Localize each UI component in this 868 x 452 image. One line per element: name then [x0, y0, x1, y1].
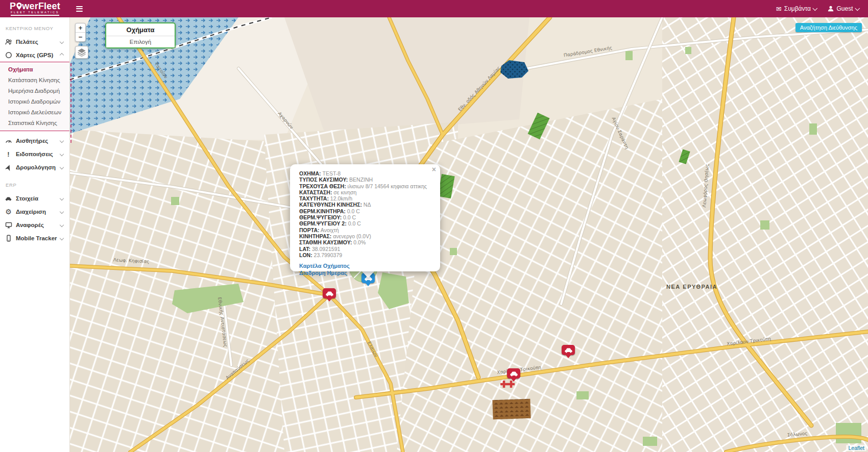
user-menu-label: Guest — [836, 5, 853, 12]
popup-close-button[interactable]: × — [432, 165, 436, 173]
sidebar-item-sensors[interactable]: Αισθητήρες — [0, 134, 69, 147]
car-icon — [509, 370, 519, 377]
circle-icon — [5, 52, 12, 59]
popup-row: ΚΑΤΕΥΘΥΝΣΗ ΚΙΝΗΣΗΣ: ΝΔ — [299, 202, 432, 208]
users-icon — [5, 38, 12, 46]
chevron-down-icon — [855, 6, 859, 10]
submenu-item-traffic-status[interactable]: Κατάσταση Κίνησης — [0, 75, 69, 86]
popup-row: LON: 23.7990379 — [299, 252, 432, 258]
vehicle-select[interactable]: Επιλογή — [106, 36, 175, 47]
sidebar: ΚΕΝΤΡΙΚΟ ΜΕΝΟΥ Πελάτες Χάρτες (GPS) Οχήμ… — [0, 17, 70, 452]
sidebar-item-label: Διαχείριση — [16, 209, 46, 215]
vehicle-marker[interactable] — [562, 345, 575, 355]
maps-submenu: Οχήματα Κατάσταση Κίνησης Ημερήσια Διαδρ… — [0, 62, 69, 131]
vehicle-marker[interactable] — [507, 368, 520, 379]
events-menu-label: Συμβάντα — [784, 5, 811, 12]
chevron-down-icon — [813, 6, 817, 10]
sidebar-item-label: Αναφορές — [16, 222, 44, 228]
user-menu[interactable]: Guest — [828, 5, 859, 12]
chevron-down-icon — [60, 40, 64, 44]
sidebar-section-erp: ERP — [6, 182, 69, 188]
vehicle-marker[interactable] — [323, 288, 336, 298]
car-icon — [5, 195, 12, 203]
popup-row: ΟΧΗΜΑ: TEST-8 — [299, 170, 432, 177]
popup-row: ΠΟΡΤΑ: Ανοιχτή — [299, 227, 432, 233]
submenu-item-traffic-stats[interactable]: Στατιστικά Κίνησης — [0, 118, 69, 129]
sidebar-item-label: Ειδοποιήσεις — [16, 151, 53, 157]
sidebar-item-routing[interactable]: Δρομολόγηση — [0, 161, 69, 174]
sidebar-item-label: Mobile Tracker — [16, 235, 57, 241]
vehicle-popup: × ΟΧΗΜΑ: TEST-8 ΤΥΠΟΣ ΚΑΥΣΙΜΟΥ: ΒΕΝΖΙΝΗ … — [290, 164, 440, 271]
layers-button[interactable] — [75, 46, 88, 59]
popup-row: ΤΡΕΧΟΥΣΑ ΘΕΣΗ: ιλισιων 8/7 14564 κηφισια… — [299, 183, 432, 189]
logo-text-rest: werFleet — [22, 2, 60, 10]
sidebar-item-mobile-tracker[interactable]: Mobile Tracker — [0, 232, 69, 245]
sidebar-item-customers[interactable]: Πελάτες — [0, 35, 69, 48]
chevron-down-icon — [60, 210, 64, 214]
sidebar-section-main: ΚΕΝΤΡΙΚΟ ΜΕΝΟΥ — [6, 26, 69, 31]
sidebar-item-label: Αισθητήρες — [16, 138, 48, 144]
hamburger-menu-icon[interactable] — [74, 4, 85, 14]
chevron-down-icon — [60, 165, 64, 169]
leaflet-attribution[interactable]: Leaflet — [846, 445, 866, 451]
smartphone-icon — [5, 235, 12, 242]
search-address-button[interactable]: Αναζήτηση Διεύθυνσης — [795, 23, 862, 32]
envelope-icon: ✉ — [776, 6, 782, 12]
monitor-icon — [5, 221, 12, 229]
car-icon — [564, 347, 573, 354]
submenu-item-route-history[interactable]: Ιστορικό Διαδρομών — [0, 96, 69, 107]
zoom-out-button[interactable]: − — [76, 33, 85, 41]
allotments-area — [492, 399, 531, 420]
zoom-in-button[interactable]: + — [76, 23, 85, 33]
sidebar-item-alerts[interactable]: ! Ειδοποιήσεις — [0, 147, 69, 161]
popup-row: ΣΤΑΘΜΗ ΚΑΥΣΙΜΟΥ: 0.0% — [299, 239, 432, 245]
chevron-down-icon — [60, 152, 64, 156]
exclamation-icon: ! — [5, 150, 12, 158]
sidebar-item-admin[interactable]: ⚙ Διαχείριση — [0, 205, 69, 218]
events-menu[interactable]: ✉ Συμβάντα — [776, 5, 817, 12]
popup-row: LAT: 38.0921591 — [299, 246, 432, 252]
day-route-link[interactable]: Διαδρομη Ημερας — [299, 270, 432, 277]
user-icon — [828, 6, 834, 12]
app-logo: P werFleet FLEET TELEMATICS — [0, 0, 70, 17]
sidebar-item-label: Δρομολόγηση — [16, 164, 56, 170]
sidebar-item-records[interactable]: Στοιχεία — [0, 192, 69, 205]
map-canvas[interactable]: Τατοΐου Εθν. οδός Αθηνών Λαμίας Παράδρομ… — [70, 17, 868, 452]
chevron-down-icon — [60, 139, 64, 143]
chevron-down-icon — [60, 196, 64, 200]
popup-row: ΘΕΡΜ.ΚΙΝΗΤΗΡΑ: 0.0 C — [299, 208, 432, 214]
chevron-up-icon — [60, 53, 64, 57]
submenu-item-crossings-history[interactable]: Ιστορικό Διελεύσεων — [0, 107, 69, 118]
map-container[interactable]: Τατοΐου Εθν. οδός Αθηνών Λαμίας Παράδρομ… — [70, 17, 868, 452]
zoom-control: + − — [75, 23, 86, 42]
place-label: ΝΕΑ ΕΡΥΘΡΑΙΑ — [666, 284, 717, 290]
popup-row: ΚΙΝΗΤΗΡΑΣ: ανενεργο (0.0V) — [299, 233, 432, 239]
header-bar: P werFleet FLEET TELEMATICS ✉ Συμβάντα G… — [0, 0, 868, 17]
vehicle-card-link[interactable]: Καρτέλα Οχήματος — [299, 263, 432, 270]
chevron-down-icon — [60, 223, 64, 227]
map-pin-icon — [16, 3, 22, 10]
sidebar-item-label: Χάρτες (GPS) — [16, 52, 53, 58]
popup-row: ΚΑΤΑΣΤΑΣΗ: σε κινηση — [299, 189, 432, 195]
popup-row: ΘΕΡΜ.ΨΥΓΕΙΟΥ 2: 0.0 C — [299, 220, 432, 227]
submenu-item-daily-route[interactable]: Ημερήσια Διαδρομή — [0, 86, 69, 96]
street-grid — [662, 17, 868, 452]
sidebar-item-label: Στοιχεία — [16, 195, 38, 202]
layers-icon — [77, 48, 86, 57]
popup-row: ΤΑΧΥΤΗΤΑ: 12.0km/h — [299, 195, 432, 202]
gauge-icon — [5, 137, 12, 145]
popup-row: ΘΕΡΜ.ΨΥΓΕΙΟΥ: 0.0 C — [299, 214, 432, 220]
popup-row: ΤΥΠΟΣ ΚΑΥΣΙΜΟΥ: ΒΕΝΖΙΝΗ — [299, 177, 432, 183]
submenu-item-vehicles[interactable]: Οχήματα — [0, 64, 69, 75]
logo-text-p: P — [10, 2, 16, 10]
vehicles-panel-title: Οχήματα — [106, 23, 175, 36]
chevron-down-icon — [60, 236, 64, 240]
navigation-icon — [5, 164, 12, 171]
sidebar-item-label: Πελάτες — [16, 39, 38, 45]
gear-icon: ⚙ — [5, 208, 12, 216]
sidebar-item-maps-gps[interactable]: Χάρτες (GPS) — [0, 48, 69, 62]
vehicles-panel: Οχήματα Επιλογή — [105, 22, 176, 48]
sidebar-item-reports[interactable]: Αναφορές — [0, 218, 69, 232]
car-icon — [325, 290, 334, 297]
logo-subtitle: FLEET TELEMATICS — [11, 11, 59, 16]
